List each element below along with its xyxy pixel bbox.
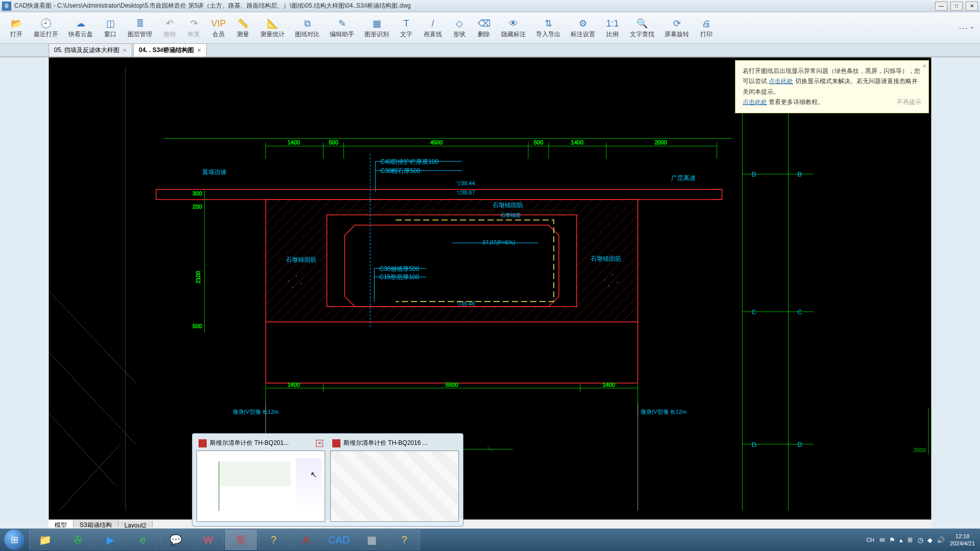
svg-text:1400: 1400 — [603, 382, 615, 388]
tray-mail-icon[interactable]: ✉ — [879, 536, 885, 544]
tool-measure[interactable]: 📏测量 — [231, 16, 255, 40]
tray-net-icon[interactable]: ◷ — [918, 536, 923, 544]
task-calc[interactable]: ▦ — [356, 530, 387, 550]
task-wechat[interactable]: ✇ — [62, 530, 93, 550]
svg-text:200: 200 — [192, 204, 202, 210]
thumbnail-1[interactable]: 斯维尔清单计价 TH-BQ2016 ... — [330, 438, 459, 522]
svg-line-3 — [49, 414, 115, 485]
thumb-close-icon[interactable]: ✕ — [316, 440, 323, 447]
task-video[interactable]: ▶ — [94, 530, 126, 550]
toolbar-drop-icon[interactable]: ▾ — [971, 26, 976, 30]
tool-text[interactable]: T文字 — [394, 16, 419, 40]
tray-flag-icon[interactable]: ⚑ — [889, 536, 895, 544]
tool-compare[interactable]: ⧉图纸对比 — [290, 16, 325, 40]
svg-text:B: B — [751, 170, 756, 178]
tool-hide-anno[interactable]: 👁隐藏标注 — [496, 16, 531, 40]
tray-vol-icon[interactable]: 🔊 — [937, 536, 945, 544]
svg-text:2000: 2000 — [654, 139, 667, 145]
task-help2[interactable]: ? — [388, 530, 420, 550]
tool-shape[interactable]: ◇形状 — [447, 16, 472, 40]
svg-text:1400: 1400 — [571, 139, 583, 145]
svg-text:墩身(V型墩
长12m: 墩身(V型墩 长12m — [640, 409, 687, 415]
tool-scale[interactable]: 1:1比例 — [600, 16, 625, 40]
drawing-canvas[interactable]: B B C C D D 3500 1400 500 4500 500 1400 … — [48, 57, 932, 520]
notice-close-icon[interactable]: ✕ — [922, 62, 926, 70]
system-tray: CH ✉ ⚑ ▴ ⛨ ◷ ◆ 🔊 12:18 2024/4/21 — [861, 533, 980, 547]
taskbar-clock[interactable]: 12:18 2024/4/21 — [950, 533, 975, 547]
tool-cloud[interactable]: ☁快看云盘 — [63, 16, 98, 40]
svg-line-1 — [49, 291, 136, 383]
switch-display-mode-link[interactable]: 点击此处 — [769, 78, 793, 85]
svg-rect-45 — [156, 189, 722, 199]
svg-text:▽38.07: ▽38.07 — [457, 189, 475, 195]
doc-tab-1[interactable]: 04. . S3#桥涵结构图✕ — [133, 43, 207, 57]
doc-tab-0[interactable]: 05. 挡墙及反滤体大样图✕ — [48, 43, 132, 57]
tool-print[interactable]: 🖨打印 — [694, 16, 719, 40]
tool-shape-recog[interactable]: ▦图形识别 — [359, 16, 394, 40]
tab-close-icon[interactable]: ✕ — [122, 47, 127, 53]
svg-text:37.07(P=5%): 37.07(P=5%) — [482, 239, 515, 245]
svg-point-58 — [604, 280, 605, 281]
svg-text:C40防撞护栏厚度100: C40防撞护栏厚度100 — [380, 158, 438, 165]
tool-rotate[interactable]: ⟳屏幕旋转 — [659, 16, 694, 40]
svg-point-56 — [292, 287, 293, 288]
tray-up-icon[interactable]: ▴ — [899, 536, 903, 544]
taskbar: ⊞ 📁 ✇ ▶ e 💬 W 斯 ? A CAD ▦ ? CH ✉ ⚑ ▴ ⛨ ◷… — [0, 529, 980, 551]
svg-text:B: B — [797, 170, 802, 178]
more-tutorials-link[interactable]: 点击此处 — [743, 98, 767, 106]
svg-text:1400: 1400 — [287, 382, 300, 388]
maximize-button[interactable]: □ — [950, 2, 963, 11]
tool-undo[interactable]: ↶撤销 — [157, 16, 182, 40]
svg-point-60 — [608, 286, 609, 287]
svg-text:2100: 2100 — [195, 271, 201, 283]
thumbnail-0[interactable]: 斯维尔清单计价 TH-BQ201...✕ — [197, 438, 325, 522]
tool-measure-stats[interactable]: 📐测量统计 — [255, 16, 290, 40]
svg-text:C30侧墙厚500: C30侧墙厚500 — [379, 265, 419, 272]
tool-window[interactable]: ◫窗口 — [98, 16, 122, 40]
dismiss-notice-link[interactable]: 不再提示 — [897, 97, 921, 107]
task-browser[interactable]: e — [127, 530, 159, 550]
tool-delete[interactable]: ⌫删除 — [472, 16, 496, 40]
tab-close-icon[interactable]: ✕ — [197, 47, 201, 53]
tool-find-text[interactable]: 🔍文字查找 — [625, 16, 659, 40]
cad-drawing: B B C C D D 3500 1400 500 4500 500 1400 … — [49, 58, 931, 520]
task-autocad[interactable]: A — [290, 530, 322, 550]
svg-text:500: 500 — [329, 139, 338, 145]
tray-more-icon[interactable]: ◆ — [927, 536, 933, 544]
tool-anno-settings[interactable]: ⚙标注设置 — [566, 16, 600, 40]
tool-redo[interactable]: ↷恢复 — [182, 16, 206, 40]
svg-text:石墩锚固: 石墩锚固 — [500, 212, 521, 218]
svg-text:石墩锚固筋: 石墩锚固筋 — [591, 255, 621, 262]
tool-import-export[interactable]: ⇅导入导出 — [531, 16, 566, 40]
tool-vip[interactable]: VIP会员 — [206, 16, 231, 40]
tool-recent[interactable]: 🕘最近打开 — [29, 16, 63, 40]
tool-open[interactable]: 📂打开 — [4, 16, 29, 40]
task-wps[interactable]: W — [192, 530, 224, 550]
tray-shield-icon[interactable]: ⛨ — [907, 536, 914, 544]
svg-text:3500: 3500 — [914, 447, 926, 453]
toolbar-more-icon[interactable]: ⋯ — [955, 22, 971, 34]
start-button[interactable]: ⊞ — [0, 529, 29, 551]
minimize-button[interactable]: — — [935, 2, 947, 11]
close-button[interactable]: ✕ — [966, 2, 978, 11]
svg-text:石墩锚固筋: 石墩锚固筋 — [493, 202, 523, 209]
svg-text:广昆高速: 广昆高速 — [671, 174, 696, 182]
main-toolbar: 📂打开🕘最近打开☁快看云盘◫窗口≣图层管理↶撤销↷恢复VIP会员📏测量📐测量统计… — [0, 12, 980, 44]
tool-edit-assist[interactable]: ✎编辑助手 — [325, 16, 359, 40]
svg-text:5500: 5500 — [446, 382, 458, 388]
svg-text:C: C — [751, 308, 756, 316]
ime-indicator[interactable]: CH — [866, 537, 874, 543]
task-help1[interactable]: ? — [258, 530, 289, 550]
task-chat[interactable]: 💬 — [160, 530, 191, 550]
app-icon: 看 — [2, 2, 11, 11]
task-explorer[interactable]: 📁 — [29, 530, 61, 550]
svg-point-59 — [612, 274, 613, 276]
task-cadreader[interactable]: CAD — [323, 530, 355, 550]
tool-layers[interactable]: ≣图层管理 — [122, 16, 157, 40]
svg-text:石墩锚固筋: 石墩锚固筋 — [286, 256, 316, 263]
svg-line-2 — [49, 353, 136, 444]
svg-text:4500: 4500 — [430, 139, 443, 145]
svg-rect-49 — [327, 215, 576, 307]
task-swier[interactable]: 斯 — [225, 530, 257, 550]
tool-line[interactable]: /画直线 — [419, 16, 447, 40]
